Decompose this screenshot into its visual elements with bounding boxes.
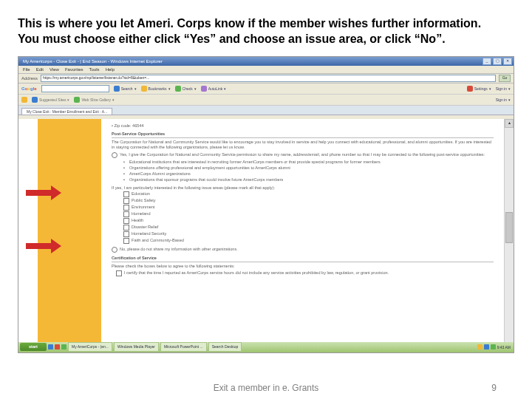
slice-icon: [74, 97, 80, 103]
favorites-icon: [21, 97, 27, 103]
vertical-scrollbar[interactable]: ▴ ▾: [504, 119, 514, 352]
scroll-up-button[interactable]: ▴: [505, 119, 514, 128]
scroll-thumb[interactable]: [505, 212, 513, 243]
window-title: My Americorps - Close Exit - | End Seaso…: [23, 59, 163, 64]
checkbox-icon: [123, 205, 129, 211]
signin-button[interactable]: Sign in ▾: [496, 86, 511, 91]
favorites-toolbar: Suggested Sites ▾ Web Slice Gallery ▾ Si…: [18, 95, 514, 106]
site-icon: [32, 97, 38, 103]
menu-favorites[interactable]: Favorites: [65, 66, 83, 73]
tab-bar: My Close Exit : Member Enrollment and Ex…: [18, 106, 514, 115]
system-tray: 9:43 AM: [477, 344, 512, 349]
cb-homeland-security[interactable]: Homeland Security: [123, 231, 494, 237]
address-bar: Address https://my.americorps.gov/mp/lis…: [18, 74, 514, 83]
tray-icon[interactable]: [477, 344, 482, 349]
zip-line: • Zip code: 46544: [112, 123, 494, 129]
radio-icon: [112, 247, 117, 253]
suggested-sites[interactable]: Suggested Sites ▾: [32, 97, 69, 103]
search-icon: [114, 86, 120, 92]
tray-icon[interactable]: [484, 344, 489, 349]
checkbox-icon: [123, 238, 129, 244]
checkbox-icon: [123, 211, 129, 217]
google-logo-icon: Google: [21, 86, 37, 91]
yes-label: Yes, I give the Corporation for National…: [120, 152, 485, 157]
cb-public-safety[interactable]: Public Safety: [123, 198, 494, 204]
window-titlebar: My Americorps - Close Exit - | End Seaso…: [18, 57, 514, 66]
autolink-button[interactable]: AutoLink ▾: [201, 86, 226, 92]
bullet-2: Organizations offering professional and …: [123, 166, 494, 171]
task-btn-3[interactable]: Microsoft PowerPoint ...: [160, 342, 207, 352]
checkbox-icon: [123, 225, 129, 231]
google-toolbar: Google Search ▾ Bookmarks ▾ Check ▾ Auto…: [18, 83, 514, 95]
cert-intro: Please check the boxes below to agree to…: [112, 264, 494, 269]
quicklaunch-icon[interactable]: [55, 344, 60, 349]
sidebar-column: [38, 119, 101, 352]
start-button[interactable]: start: [20, 343, 47, 351]
cb-disaster[interactable]: Disaster Relief: [123, 225, 494, 231]
menu-tools[interactable]: Tools: [89, 66, 100, 73]
section-certification: Certification of Service: [112, 256, 494, 262]
checkbox-icon: [123, 191, 129, 197]
tray-icon[interactable]: [491, 344, 496, 349]
search-button[interactable]: Search ▾: [114, 86, 137, 92]
yes-option[interactable]: Yes, I give the Corporation for National…: [112, 152, 494, 158]
bookmarks-button[interactable]: Bookmarks ▾: [141, 86, 171, 92]
maximize-button[interactable]: ▢: [493, 58, 502, 65]
bullet-1: Educational institutions that are intere…: [123, 160, 494, 165]
quicklaunch-icon[interactable]: [48, 344, 53, 349]
browser-screenshot: My Americorps - Close Exit - | End Seaso…: [18, 56, 514, 353]
bullets-list: Educational institutions that are intere…: [123, 160, 494, 183]
star-icon: [141, 86, 147, 92]
address-label: Address: [21, 76, 38, 81]
bullet-3: AmeriCorps Alumni organizations: [123, 171, 494, 177]
menu-help[interactable]: Help: [106, 66, 115, 73]
menu-view[interactable]: View: [50, 66, 59, 73]
menu-edit[interactable]: Edit: [36, 66, 44, 73]
menubar: File Edit View Favorites Tools Help: [18, 66, 514, 74]
cb-homeland[interactable]: Homeland: [123, 211, 494, 217]
browser-tab[interactable]: My Close Exit : Member Enrollment and Ex…: [21, 108, 112, 115]
section-post-service: Post-Service Opportunities: [112, 132, 494, 138]
windows-taskbar: start My AmeriCorps - (en... Windows Med…: [18, 342, 514, 352]
minimize-button[interactable]: _: [482, 58, 491, 65]
link-icon: [201, 86, 207, 92]
close-button[interactable]: ✕: [503, 58, 512, 65]
callout-arrow-2: [26, 239, 63, 253]
slide-header: This is where you let Ameri. Corps know …: [0, 0, 532, 52]
checkbox-icon: [116, 270, 122, 276]
bullet-4: Organizations that sponsor programs that…: [123, 177, 494, 183]
gear-icon: [467, 86, 473, 92]
quicklaunch-icon[interactable]: [61, 344, 66, 349]
go-button[interactable]: Go: [499, 75, 511, 82]
checkbox-icon: [123, 231, 129, 237]
cb-health[interactable]: Health: [123, 218, 494, 224]
cb-education[interactable]: Education: [123, 191, 494, 197]
checkbox-icon: [123, 198, 129, 204]
toolbar-signin[interactable]: Sign in ▾: [496, 98, 511, 102]
favorites-star[interactable]: [21, 97, 27, 103]
google-search-input[interactable]: [41, 85, 109, 92]
form-content: • Zip code: 46544 Post-Service Opportuni…: [101, 119, 504, 352]
task-btn-1[interactable]: My AmeriCorps - (en...: [68, 342, 112, 352]
cb-faith[interactable]: Faith and Community-Based: [123, 238, 494, 244]
no-option[interactable]: No, please do not share my information w…: [112, 247, 494, 253]
check-button[interactable]: Check ▾: [175, 86, 197, 92]
menu-file[interactable]: File: [23, 66, 30, 73]
header-line-1: This is where you let Ameri. Corps know …: [18, 16, 514, 32]
webslice-gallery[interactable]: Web Slice Gallery ▾: [74, 97, 115, 103]
slide-footer-text: Exit a member in e. Grants: [0, 383, 532, 393]
settings-button[interactable]: Settings ▾: [467, 86, 491, 92]
left-gutter: [18, 119, 38, 352]
header-line-2: You must choose either click “Yes” and c…: [18, 32, 514, 47]
slide-page-number: 9: [491, 383, 497, 393]
cert-checkbox-1[interactable]: I certify that the time I reported as Am…: [116, 270, 494, 276]
no-label: No, please do not share my information w…: [120, 247, 238, 251]
task-btn-2[interactable]: Windows Media Player: [114, 342, 159, 352]
cb-environment[interactable]: Environment: [123, 205, 494, 211]
page-viewport: • Zip code: 46544 Post-Service Opportuni…: [18, 119, 514, 352]
radio-icon: [112, 152, 117, 158]
if-yes-text: If yes, I am particularly interested in …: [112, 185, 494, 191]
task-btn-4[interactable]: Search Desktop: [208, 342, 242, 352]
checkbox-icon: [123, 218, 129, 224]
address-input[interactable]: https://my.americorps.gov/mp/listener/li…: [41, 75, 496, 82]
